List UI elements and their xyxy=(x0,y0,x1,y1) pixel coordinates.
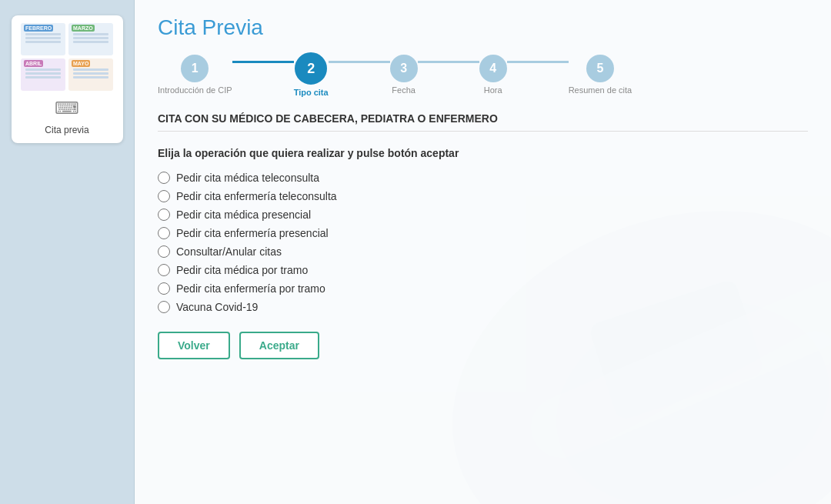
sidebar-card[interactable]: FEBRERO MARZO xyxy=(12,15,123,143)
calendar-feb: FEBRERO xyxy=(21,23,65,55)
step-5-circle: 5 xyxy=(586,55,614,82)
step-1-label: Introducción de CIP xyxy=(158,85,232,95)
radio-opt3[interactable] xyxy=(158,209,170,221)
step-4: 4 Hora xyxy=(479,55,507,95)
list-item: Pedir cita médica presencial xyxy=(158,209,808,221)
back-button[interactable]: Volver xyxy=(158,332,230,359)
connector-3-4 xyxy=(418,61,479,63)
opt6-label[interactable]: Pedir cita médica por tramo xyxy=(176,264,308,276)
connector-2-3 xyxy=(329,61,390,63)
list-item: Vacuna Covid-19 xyxy=(158,301,808,313)
calendar-apr: ABRIL xyxy=(21,58,65,91)
step-3-circle: 3 xyxy=(390,55,418,82)
mar-label: MARZO xyxy=(72,25,95,32)
step-1-circle: 1 xyxy=(181,55,209,82)
apr-label: ABRIL xyxy=(24,60,43,67)
page-title: Cita Previa xyxy=(158,15,808,40)
calendar-may: MAYO xyxy=(68,58,113,91)
radio-opt5[interactable] xyxy=(158,245,170,258)
step-3: 3 Fecha xyxy=(390,55,418,95)
step-4-circle: 4 xyxy=(479,55,507,82)
instructions-text: Elija la operación que quiera realizar y… xyxy=(158,147,808,159)
connector-4-5 xyxy=(507,61,569,63)
step-3-label: Fecha xyxy=(392,85,416,95)
step-2: 2 Tipo cita xyxy=(294,52,329,97)
radio-opt4[interactable] xyxy=(158,227,170,239)
calendar-grid: FEBRERO MARZO xyxy=(21,23,113,91)
opt2-label[interactable]: Pedir cita enfermería teleconsulta xyxy=(176,190,337,202)
step-5-label: Resumen de cita xyxy=(569,85,632,95)
sidebar: FEBRERO MARZO xyxy=(0,0,135,504)
list-item: Pedir cita enfermería por tramo xyxy=(158,282,808,295)
opt3-label[interactable]: Pedir cita médica presencial xyxy=(176,209,311,221)
list-item: Pedir cita enfermería teleconsulta xyxy=(158,190,808,202)
opt8-label[interactable]: Vacuna Covid-19 xyxy=(176,301,258,313)
section-header: CITA CON SU MÉDICO DE CABECERA, PEDIATRA… xyxy=(158,112,808,132)
sidebar-item-label: Cita previa xyxy=(45,125,88,135)
radio-opt7[interactable] xyxy=(158,282,170,295)
list-item: Pedir cita médica teleconsulta xyxy=(158,172,808,184)
stepper: 1 Introducción de CIP 2 Tipo cita 3 Fech… xyxy=(158,52,808,97)
radio-opt8[interactable] xyxy=(158,301,170,313)
radio-opt6[interactable] xyxy=(158,264,170,276)
main-content: Cita Previa 1 Introducción de CIP 2 Tipo… xyxy=(135,0,831,504)
opt4-label[interactable]: Pedir cita enfermería presencial xyxy=(176,227,329,239)
accept-button[interactable]: Aceptar xyxy=(239,332,319,359)
opt5-label[interactable]: Consultar/Anular citas xyxy=(176,245,282,258)
radio-opt1[interactable] xyxy=(158,172,170,184)
keyboard-icon: ⌨ xyxy=(55,98,79,118)
opt1-label[interactable]: Pedir cita médica teleconsulta xyxy=(176,172,319,184)
list-item: Pedir cita enfermería presencial xyxy=(158,227,808,239)
may-label: MAYO xyxy=(72,60,90,67)
opt7-label[interactable]: Pedir cita enfermería por tramo xyxy=(176,282,325,295)
step-4-label: Hora xyxy=(484,85,502,95)
step-1: 1 Introducción de CIP xyxy=(158,55,232,95)
step-2-circle: 2 xyxy=(295,52,327,85)
calendar-mar: MARZO xyxy=(68,23,113,55)
button-row: Volver Aceptar xyxy=(158,332,808,359)
list-item: Consultar/Anular citas xyxy=(158,245,808,258)
list-item: Pedir cita médica por tramo xyxy=(158,264,808,276)
feb-label: FEBRERO xyxy=(24,25,53,32)
connector-1-2 xyxy=(232,61,294,63)
step-2-label: Tipo cita xyxy=(294,88,329,97)
radio-opt2[interactable] xyxy=(158,190,170,202)
options-list: Pedir cita médica teleconsulta Pedir cit… xyxy=(158,172,808,313)
step-5: 5 Resumen de cita xyxy=(569,55,632,95)
